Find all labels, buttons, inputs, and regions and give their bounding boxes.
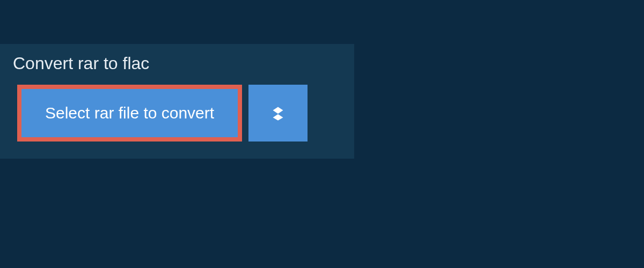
dropbox-button[interactable] bbox=[248, 85, 308, 142]
tab-label: Convert rar to flac bbox=[13, 54, 149, 73]
tab-convert[interactable]: Convert rar to flac bbox=[0, 44, 165, 83]
dropbox-icon bbox=[268, 102, 288, 124]
select-file-button[interactable]: Select rar file to convert bbox=[17, 85, 242, 142]
select-file-label: Select rar file to convert bbox=[45, 104, 214, 122]
